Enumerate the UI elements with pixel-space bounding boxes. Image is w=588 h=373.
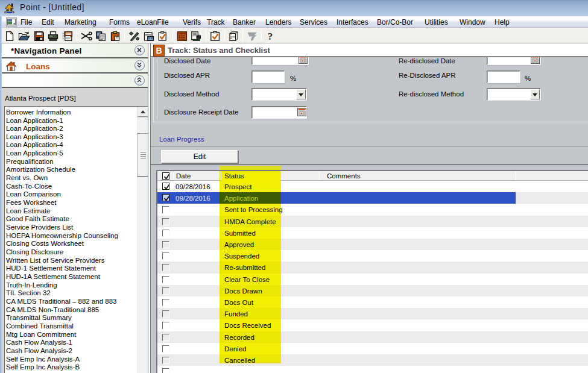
- svg-text:?: ?: [268, 31, 273, 41]
